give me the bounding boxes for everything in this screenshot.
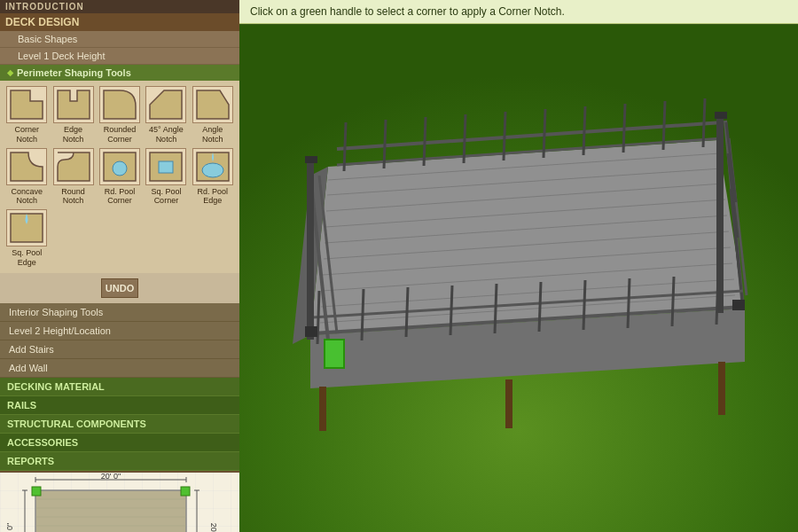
svg-text:20' 0": 20' 0" xyxy=(209,523,218,532)
structural-components-item[interactable]: STRUCTURAL COMPONENTS xyxy=(0,415,239,434)
rails-item[interactable]: RAILS xyxy=(0,396,239,415)
svg-line-79 xyxy=(628,278,630,328)
3d-viewport[interactable] xyxy=(239,25,798,532)
svg-rect-89 xyxy=(325,340,344,368)
tool-sq-pool-edge[interactable]: Sq. PoolEdge xyxy=(5,209,48,268)
rounded-corner-label: RoundedCorner xyxy=(104,125,137,145)
angle-notch-label: AngleNotch xyxy=(202,125,223,145)
left-panel: INTRODUCTION DECK DESIGN Basic Shapes Le… xyxy=(0,0,239,532)
angle-notch-icon xyxy=(192,86,233,123)
svg-point-9 xyxy=(202,163,223,177)
svg-line-74 xyxy=(406,287,408,337)
svg-line-63 xyxy=(703,98,705,147)
tool-corner-notch[interactable]: CornerNotch xyxy=(5,86,48,145)
tool-angle-notch[interactable]: AngleNotch xyxy=(192,86,234,145)
perimeter-header: Perimeter Shaping Tools xyxy=(0,65,239,81)
svg-line-56 xyxy=(424,117,426,166)
level1-height-item[interactable]: Level 1 Deck Height xyxy=(0,48,239,65)
tools-grid: CornerNotch EdgeNotch RoundedCorner xyxy=(0,81,239,273)
svg-line-59 xyxy=(544,109,545,158)
svg-line-80 xyxy=(672,277,674,326)
add-stairs-item[interactable]: Add Stairs xyxy=(0,340,239,359)
svg-rect-87 xyxy=(505,379,512,428)
undo-button[interactable]: UNDO xyxy=(101,278,138,298)
svg-marker-39 xyxy=(310,140,745,335)
svg-line-61 xyxy=(623,104,625,153)
svg-text:20' 0": 20' 0" xyxy=(101,473,121,481)
45-angle-label: 45° AngleNotch xyxy=(149,125,184,145)
svg-line-72 xyxy=(317,291,319,344)
svg-line-75 xyxy=(450,286,452,335)
svg-point-5 xyxy=(113,161,127,176)
rd-pool-edge-label: Rd. PoolEdge xyxy=(198,187,229,207)
edge-notch-label: EdgeNotch xyxy=(63,125,84,145)
round-notch-label: RoundNotch xyxy=(61,187,85,207)
basic-shapes-item[interactable]: Basic Shapes xyxy=(0,31,239,48)
decking-material-item[interactable]: DECKING MATERIAL xyxy=(0,378,239,396)
svg-rect-91 xyxy=(715,112,727,119)
tool-edge-notch[interactable]: EdgeNotch xyxy=(51,86,94,145)
tool-rd-pool-corner[interactable]: Rd. PoolCorner xyxy=(98,148,141,207)
svg-rect-7 xyxy=(159,161,173,173)
deck-design-header: DECK DESIGN xyxy=(0,13,239,31)
corner-notch-icon xyxy=(6,86,47,123)
right-panel: Click on a green handle to select a corn… xyxy=(239,0,798,532)
tool-sq-pool-corner[interactable]: Sq. PoolCorner xyxy=(145,148,187,207)
interior-shaping-item[interactable]: Interior Shaping Tools xyxy=(0,303,239,322)
svg-text:20' 0": 20' 0" xyxy=(5,523,14,532)
svg-rect-23 xyxy=(181,487,190,496)
svg-line-57 xyxy=(464,114,466,163)
svg-line-62 xyxy=(663,101,665,150)
sq-pool-corner-label: Sq. PoolCorner xyxy=(151,187,181,207)
accessories-item[interactable]: ACCESSORIES xyxy=(0,434,239,452)
svg-marker-2 xyxy=(150,90,182,119)
sq-pool-edge-label: Sq. PoolEdge xyxy=(12,248,42,268)
svg-line-54 xyxy=(344,122,346,171)
svg-rect-86 xyxy=(319,387,326,431)
minimap: 20' 0" 20' 0" 20' 0" xyxy=(0,471,239,532)
svg-marker-1 xyxy=(58,90,90,119)
svg-line-76 xyxy=(495,284,497,333)
svg-rect-90 xyxy=(305,156,317,163)
svg-line-73 xyxy=(362,289,364,340)
45-angle-icon xyxy=(145,86,186,123)
svg-line-77 xyxy=(539,282,541,332)
intro-header: INTRODUCTION xyxy=(0,0,239,13)
corner-notch-label: CornerNotch xyxy=(14,125,39,145)
svg-line-78 xyxy=(583,280,585,330)
svg-rect-93 xyxy=(732,300,745,310)
svg-marker-0 xyxy=(11,90,43,119)
sq-pool-edge-icon xyxy=(6,209,47,246)
add-wall-item[interactable]: Add Wall xyxy=(0,359,239,378)
svg-rect-92 xyxy=(305,326,317,337)
svg-marker-3 xyxy=(197,90,229,119)
tool-rd-pool-edge[interactable]: Rd. PoolEdge xyxy=(192,148,234,207)
tool-45-angle-notch[interactable]: 45° AngleNotch xyxy=(145,86,187,145)
sq-pool-corner-icon xyxy=(145,148,186,185)
concave-notch-icon xyxy=(6,148,47,185)
level2-height-item[interactable]: Level 2 Height/Location xyxy=(0,322,239,340)
round-notch-icon xyxy=(53,148,94,185)
svg-line-60 xyxy=(583,106,585,155)
edge-notch-icon xyxy=(53,86,94,123)
concave-notch-label: ConcaveNotch xyxy=(11,187,43,207)
tool-concave-notch[interactable]: ConcaveNotch xyxy=(5,148,48,207)
instruction-bar: Click on a green handle to select a corn… xyxy=(239,0,798,24)
reports-item[interactable]: REPORTS xyxy=(0,452,239,471)
rd-pool-edge-icon xyxy=(192,148,233,185)
svg-line-55 xyxy=(384,120,386,168)
svg-line-58 xyxy=(504,112,505,160)
rounded-corner-icon xyxy=(99,86,140,123)
svg-rect-22 xyxy=(32,487,41,496)
rd-pool-corner-icon xyxy=(99,148,140,185)
svg-rect-88 xyxy=(718,362,725,415)
tool-round-notch[interactable]: RoundNotch xyxy=(51,148,94,207)
tool-rounded-corner[interactable]: RoundedCorner xyxy=(98,86,141,145)
rd-pool-corner-label: Rd. PoolCorner xyxy=(105,187,136,207)
svg-rect-84 xyxy=(307,162,314,340)
svg-rect-85 xyxy=(716,118,724,313)
